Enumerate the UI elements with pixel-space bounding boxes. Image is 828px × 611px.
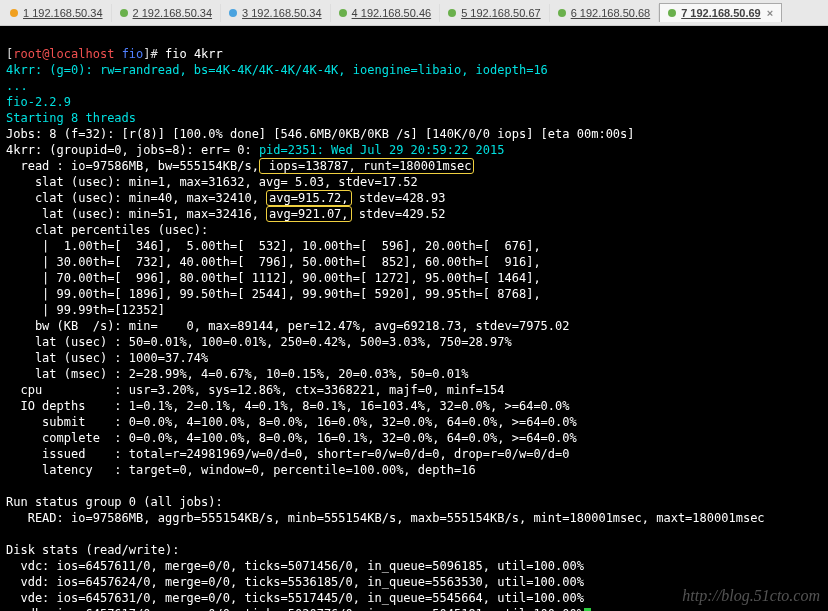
- line-18: lat (usec) : 50=0.01%, 100=0.01%, 250=0.…: [6, 335, 512, 349]
- terminal-output[interactable]: [root@localhost fio]# fio 4krr 4krr: (g=…: [0, 26, 828, 611]
- line-32: vdc: ios=6457611/0, merge=0/0, ticks=507…: [6, 559, 584, 573]
- highlight-iops-runt: iops=138787, runt=180001msec: [259, 158, 475, 174]
- prompt-user-host: root@localhost: [13, 47, 114, 61]
- line-21: cpu : usr=3.20%, sys=12.86%, ctx=3368221…: [6, 383, 505, 397]
- tab-label: 3 192.168.50.34: [242, 7, 322, 19]
- line-25: issued : total=r=24981969/w=0/d=0, short…: [6, 447, 570, 461]
- status-dot-icon: [558, 9, 566, 17]
- tab-7[interactable]: 7 192.168.50.69×: [659, 3, 782, 22]
- line-6a: 4krr: (groupid=0, jobs=8): err= 0:: [6, 143, 259, 157]
- tab-1[interactable]: 1 192.168.50.34: [2, 4, 112, 22]
- line-5: Jobs: 8 (f=32): [r(8)] [100.0% done] [54…: [6, 127, 635, 141]
- status-dot-icon: [120, 9, 128, 17]
- line-28: Run status group 0 (all jobs):: [6, 495, 223, 509]
- tab-3[interactable]: 3 192.168.50.34: [221, 4, 331, 22]
- line-1: 4krr: (g=0): rw=randread, bs=4K-4K/4K-4K…: [6, 63, 548, 77]
- prompt-close: ]#: [143, 47, 165, 61]
- line-24: complete : 0=0.0%, 4=100.0%, 8=0.0%, 16=…: [6, 431, 577, 445]
- line-22: IO depths : 1=0.1%, 2=0.1%, 4=0.1%, 8=0.…: [6, 399, 570, 413]
- line-12: | 1.00th=[ 346], 5.00th=[ 532], 10.00th=…: [6, 239, 541, 253]
- line-17: bw (KB /s): min= 0, max=89144, per=12.47…: [6, 319, 570, 333]
- line-2: ...: [6, 79, 28, 93]
- tab-label: 2 192.168.50.34: [133, 7, 213, 19]
- tab-label: 4 192.168.50.46: [352, 7, 432, 19]
- line-7a: read : io=97586MB, bw=555154KB/s,: [6, 159, 259, 173]
- tab-6[interactable]: 6 192.168.50.68: [550, 4, 660, 22]
- tab-label: 1 192.168.50.34: [23, 7, 103, 19]
- line-15: | 99.00th=[ 1896], 99.50th=[ 2544], 99.9…: [6, 287, 541, 301]
- line-6b: pid=2351: Wed Jul 29 20:59:22 2015: [259, 143, 505, 157]
- status-dot-icon: [668, 9, 676, 17]
- close-icon[interactable]: ×: [767, 7, 773, 19]
- line-14: | 70.00th=[ 996], 80.00th=[ 1112], 90.00…: [6, 271, 541, 285]
- line-31: Disk stats (read/write):: [6, 543, 179, 557]
- tab-4[interactable]: 4 192.168.50.46: [331, 4, 441, 22]
- tab-label: 7 192.168.50.69: [681, 7, 761, 19]
- status-dot-icon: [229, 9, 237, 17]
- highlight-lat-avg: avg=921.07,: [266, 206, 351, 222]
- line-20: lat (msec) : 2=28.99%, 4=0.67%, 10=0.15%…: [6, 367, 468, 381]
- status-dot-icon: [10, 9, 18, 17]
- line-9a: clat (usec): min=40, max=32410,: [6, 191, 266, 205]
- line-13: | 30.00th=[ 732], 40.00th=[ 796], 50.00t…: [6, 255, 541, 269]
- tab-label: 6 192.168.50.68: [571, 7, 651, 19]
- prompt-path: fio: [122, 47, 144, 61]
- status-dot-icon: [339, 9, 347, 17]
- tab-bar: 1 192.168.50.342 192.168.50.343 192.168.…: [0, 0, 828, 26]
- line-16: | 99.99th=[12352]: [6, 303, 165, 317]
- line-8: slat (usec): min=1, max=31632, avg= 5.03…: [6, 175, 418, 189]
- watermark: http://blog.51cto.com: [682, 587, 820, 605]
- line-34: vde: ios=6457631/0, merge=0/0, ticks=551…: [6, 591, 584, 605]
- line-9b: stdev=428.93: [352, 191, 446, 205]
- line-10b: stdev=429.52: [352, 207, 446, 221]
- prompt-command: fio 4krr: [165, 47, 223, 61]
- line-29: READ: io=97586MB, aggrb=555154KB/s, minb…: [6, 511, 765, 525]
- line-26: latency : target=0, window=0, percentile…: [6, 463, 476, 477]
- tab-5[interactable]: 5 192.168.50.67: [440, 4, 550, 22]
- line-33: vdd: ios=6457624/0, merge=0/0, ticks=553…: [6, 575, 584, 589]
- line-35: vdb: ios=6457617/0, merge=0/0, ticks=502…: [6, 607, 584, 611]
- tab-label: 5 192.168.50.67: [461, 7, 541, 19]
- line-10a: lat (usec): min=51, max=32416,: [6, 207, 266, 221]
- line-19: lat (usec) : 1000=37.74%: [6, 351, 208, 365]
- tab-2[interactable]: 2 192.168.50.34: [112, 4, 222, 22]
- status-dot-icon: [448, 9, 456, 17]
- line-23: submit : 0=0.0%, 4=100.0%, 8=0.0%, 16=0.…: [6, 415, 577, 429]
- line-11: clat percentiles (usec):: [6, 223, 208, 237]
- line-3: fio-2.2.9: [6, 95, 71, 109]
- line-4: Starting 8 threads: [6, 111, 136, 125]
- highlight-clat-avg: avg=915.72,: [266, 190, 351, 206]
